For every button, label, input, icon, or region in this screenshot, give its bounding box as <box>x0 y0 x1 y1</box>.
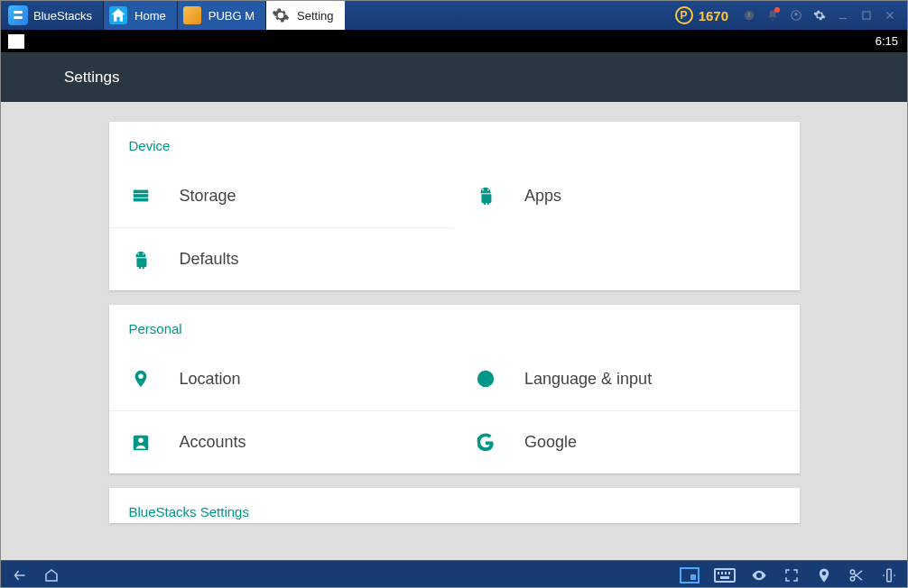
tab-label: Setting <box>297 9 333 23</box>
android-navbar <box>1 560 907 588</box>
globe-icon <box>472 369 499 389</box>
section-personal: Personal Location Language & input <box>109 305 800 473</box>
svg-point-13 <box>137 253 139 254</box>
item-label: Defaults <box>180 250 239 269</box>
tab-pubg[interactable]: PUBG M <box>177 1 265 30</box>
item-google[interactable]: Google <box>454 410 800 473</box>
svg-point-19 <box>138 437 144 443</box>
item-label: Apps <box>524 187 561 206</box>
settings-gear-icon[interactable] <box>808 1 831 30</box>
svg-point-3 <box>794 13 798 16</box>
window-titlebar: BlueStacks Home PUBG M Setting P 1670 ! <box>1 1 907 30</box>
item-label: Google <box>524 433 577 452</box>
eye-icon[interactable] <box>750 567 768 583</box>
section-title: Device <box>109 122 800 164</box>
android-icon <box>472 186 499 206</box>
coins-count[interactable]: P 1670 <box>675 6 728 24</box>
tab-label: PUBG M <box>208 9 255 23</box>
gear-icon <box>272 6 290 24</box>
item-label: Storage <box>180 187 236 206</box>
section-bluestacks: BlueStacks Settings <box>109 488 800 523</box>
section-device: Device Storage Apps <box>109 122 800 290</box>
item-location[interactable]: Location <box>109 347 455 410</box>
item-storage[interactable]: Storage <box>109 164 455 227</box>
svg-rect-8 <box>133 190 148 194</box>
coin-icon: P <box>675 6 693 24</box>
google-icon <box>472 433 499 453</box>
tab-settings[interactable]: Setting <box>265 1 344 30</box>
svg-point-12 <box>487 189 489 191</box>
item-apps[interactable]: Apps <box>454 164 800 227</box>
location-button[interactable] <box>815 567 833 583</box>
status-time: 6:15 <box>876 34 898 48</box>
home-icon <box>109 6 127 24</box>
minimize-button[interactable] <box>831 1 855 30</box>
home-button[interactable] <box>42 567 60 583</box>
pubg-icon <box>183 6 201 24</box>
settings-title: Settings <box>64 69 119 87</box>
rotate-button[interactable] <box>880 567 898 583</box>
item-defaults[interactable]: Defaults <box>109 227 455 290</box>
account-icon <box>127 433 154 453</box>
android-icon <box>127 250 154 270</box>
status-square-icon <box>8 34 24 49</box>
app-brand: BlueStacks <box>33 9 92 23</box>
storage-icon <box>127 186 154 206</box>
tab-label: Home <box>134 9 166 23</box>
svg-text:!: ! <box>748 12 750 18</box>
svg-rect-4 <box>839 18 847 19</box>
svg-point-14 <box>142 253 144 254</box>
location-icon <box>127 369 154 389</box>
svg-rect-5 <box>863 12 870 19</box>
account-circle-icon[interactable] <box>784 1 808 30</box>
svg-rect-22 <box>887 569 892 582</box>
android-statusbar: 6:15 <box>1 30 907 52</box>
item-label: Accounts <box>180 433 246 452</box>
item-label: Location <box>180 370 241 389</box>
bluestacks-logo-icon <box>8 5 28 25</box>
svg-point-11 <box>482 189 484 191</box>
alert-icon[interactable]: ! <box>737 1 761 30</box>
settings-content[interactable]: Device Storage Apps <box>1 102 907 560</box>
settings-header: Settings <box>1 52 907 102</box>
toggle-button[interactable] <box>680 567 700 583</box>
close-button[interactable] <box>878 1 902 30</box>
section-title: Personal <box>109 305 800 347</box>
svg-rect-9 <box>133 194 148 198</box>
bell-icon[interactable] <box>761 1 784 30</box>
section-title: BlueStacks Settings <box>109 488 800 523</box>
item-accounts[interactable]: Accounts <box>109 410 455 473</box>
tab-home[interactable]: Home <box>103 1 177 30</box>
coins-value: 1670 <box>699 8 728 23</box>
back-button[interactable] <box>10 567 28 583</box>
fullscreen-button[interactable] <box>783 567 801 583</box>
maximize-button[interactable] <box>855 1 878 30</box>
svg-rect-10 <box>133 198 148 202</box>
item-label: Language & input <box>524 370 652 389</box>
scissors-button[interactable] <box>848 567 866 583</box>
keyboard-button[interactable] <box>714 568 736 583</box>
item-language[interactable]: Language & input <box>454 347 800 410</box>
